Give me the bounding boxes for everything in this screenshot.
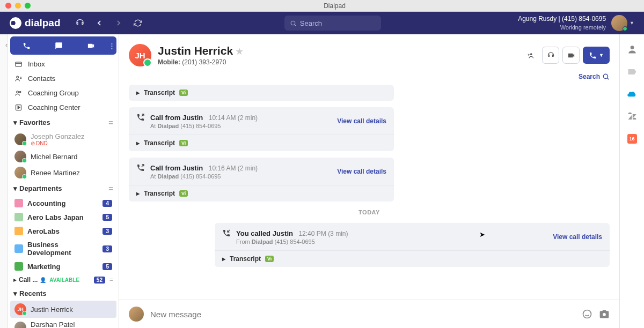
contact-name: Justin Herrick [158, 44, 233, 57]
message-button[interactable] [42, 36, 75, 55]
call-action[interactable]: ▼ [583, 47, 610, 64]
call-card: Call from Justin 10:16 AM (2 min) At Dia… [129, 158, 394, 202]
nav-inbox[interactable]: Inbox [8, 57, 119, 71]
close-window[interactable] [5, 3, 11, 9]
titlebar: Dialpad [0, 0, 644, 12]
vi-badge: Vi [179, 190, 188, 197]
message-input[interactable] [150, 310, 575, 319]
svg-point-8 [583, 310, 591, 318]
day-separator: TODAY [129, 209, 610, 215]
department-item[interactable]: Business Development3 [8, 238, 119, 259]
search-icon [602, 73, 610, 80]
incoming-call-icon [136, 163, 145, 172]
recents-header[interactable]: ▾Recents [8, 286, 119, 301]
recent-item[interactable]: JHJustin Herrick [10, 301, 116, 318]
call-card: You called Justin 12:40 PM (3 min) From … [215, 223, 610, 267]
view-details-link[interactable]: View call details [337, 168, 386, 175]
user-avatar[interactable] [611, 15, 627, 31]
svg-point-4 [19, 91, 21, 93]
search-placeholder: Search [300, 19, 322, 27]
contact-search[interactable]: Search [119, 71, 619, 85]
nav-coaching-group[interactable]: Coaching Group [8, 86, 119, 100]
call-queue-item[interactable]: ▸Call ...👤AVAILABLE52= [8, 273, 119, 286]
logo-mark-icon [10, 17, 21, 29]
avatar [14, 151, 26, 162]
sidebar: ⋮ Inbox Contacts Coaching Group Coaching… [8, 34, 119, 328]
window-title: Dialpad [31, 2, 639, 10]
person-icon[interactable] [627, 44, 638, 55]
collapse-icon[interactable]: = [108, 118, 113, 127]
topbar: dialpad Search Agung Rusdy | (415) 854-0… [0, 12, 644, 34]
headset-icon[interactable] [71, 14, 89, 32]
minimize-window[interactable] [15, 3, 21, 9]
composer [119, 300, 619, 328]
avatar [14, 167, 26, 178]
favorite-item[interactable]: Michel Bernard [8, 148, 119, 165]
avatar [14, 133, 26, 145]
video-button[interactable] [75, 36, 107, 55]
favorites-header[interactable]: ▾Favorites= [8, 115, 119, 130]
vi-badge: Vi [179, 140, 188, 146]
contact-phone: Mobile: (201) 393-2970 [158, 58, 244, 66]
department-item[interactable]: Marketing5 [8, 259, 119, 273]
refresh-button[interactable] [129, 14, 147, 32]
vi-badge: Vi [179, 90, 188, 96]
add-contact-icon[interactable] [522, 47, 539, 64]
content: JH Justin Herrick★ Mobile: (201) 393-297… [119, 34, 619, 328]
svg-point-10 [630, 46, 634, 49]
transcript-toggle[interactable]: ▶TranscriptVi [129, 185, 394, 202]
composer-avatar [129, 307, 144, 322]
svg-point-3 [17, 91, 19, 93]
svg-point-0 [291, 21, 295, 25]
user-info[interactable]: Agung Rusdy | (415) 854-0695 Working rem… [518, 14, 606, 31]
zendesk-icon[interactable] [627, 111, 638, 122]
department-item[interactable]: Aero Labs Japan5 [8, 210, 119, 224]
global-search[interactable]: Search [284, 16, 381, 31]
notification-badge[interactable]: 16 [627, 134, 637, 144]
rightbar: 16 [619, 34, 644, 328]
headset-action[interactable] [542, 47, 559, 64]
emoji-icon[interactable] [582, 309, 592, 319]
collapse-icon[interactable]: = [108, 184, 113, 193]
department-item[interactable]: AeroLabs3 [8, 224, 119, 238]
avatar [14, 322, 26, 328]
view-details-link[interactable]: View call details [337, 117, 386, 125]
center-icon [14, 103, 23, 111]
maximize-window[interactable] [25, 3, 31, 9]
avatar: JH [14, 303, 26, 315]
contact-avatar: JH [129, 44, 151, 66]
department-item[interactable]: Accounting4 [8, 196, 119, 210]
browser-strip: ‹ [0, 34, 8, 328]
camera-icon[interactable] [599, 309, 610, 319]
departments-header[interactable]: ▾Departments= [8, 181, 119, 196]
call-card: Call from Justin 10:14 AM (2 min) At Dia… [129, 107, 394, 151]
video-action[interactable] [562, 47, 580, 64]
more-button[interactable]: ⋮ [107, 36, 116, 55]
nav-coaching-center[interactable]: Coaching Center [8, 100, 119, 115]
favorite-item[interactable]: Joseph Gonzalez⊘DND [8, 130, 119, 148]
svg-point-7 [603, 74, 608, 78]
transcript-toggle[interactable]: ▶TranscriptVi [129, 85, 394, 101]
tag-icon[interactable] [627, 66, 638, 77]
salesforce-icon[interactable] [627, 89, 638, 100]
call-button[interactable] [10, 36, 42, 55]
favorite-item[interactable]: Renee Martinez [8, 165, 119, 181]
back-button[interactable] [91, 14, 108, 32]
vi-badge: Vi [265, 256, 274, 262]
incoming-call-icon [136, 113, 145, 122]
svg-point-2 [17, 76, 19, 78]
inbox-icon [14, 60, 23, 68]
group-icon [14, 89, 23, 97]
view-details-link[interactable]: View call details [553, 233, 602, 241]
brand-name: dialpad [25, 17, 61, 29]
nav-contacts[interactable]: Contacts [8, 71, 119, 86]
contacts-icon [14, 74, 23, 83]
svg-rect-1 [16, 62, 21, 66]
user-menu-chevron[interactable]: ▼ [630, 20, 634, 26]
forward-button[interactable] [110, 14, 127, 32]
transcript-toggle[interactable]: ▶TranscriptVi [215, 250, 610, 267]
transcript-toggle[interactable]: ▶TranscriptVi [129, 135, 394, 151]
svg-point-9 [603, 313, 606, 316]
recent-item[interactable]: Darshan PatelWorking remotely [8, 318, 119, 328]
star-icon[interactable]: ★ [235, 46, 244, 57]
